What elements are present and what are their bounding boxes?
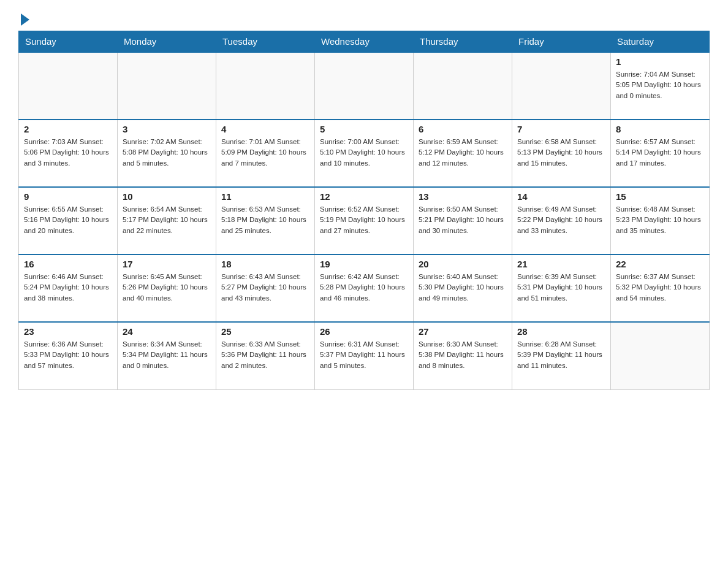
day-number: 24 bbox=[123, 326, 211, 337]
calendar-week-3: 9Sunrise: 6:55 AM Sunset: 5:16 PM Daylig… bbox=[19, 187, 710, 255]
day-number: 25 bbox=[221, 326, 309, 337]
calendar-cell: 18Sunrise: 6:43 AM Sunset: 5:27 PM Dayli… bbox=[216, 255, 315, 322]
calendar-cell bbox=[611, 322, 710, 389]
calendar-week-2: 2Sunrise: 7:03 AM Sunset: 5:06 PM Daylig… bbox=[19, 120, 710, 187]
calendar-cell: 11Sunrise: 6:53 AM Sunset: 5:18 PM Dayli… bbox=[216, 187, 315, 255]
calendar-cell: 7Sunrise: 6:58 AM Sunset: 5:13 PM Daylig… bbox=[512, 120, 611, 187]
day-info: Sunrise: 7:03 AM Sunset: 5:06 PM Dayligh… bbox=[24, 137, 112, 169]
day-info: Sunrise: 6:31 AM Sunset: 5:37 PM Dayligh… bbox=[320, 339, 408, 371]
day-info: Sunrise: 6:40 AM Sunset: 5:30 PM Dayligh… bbox=[419, 272, 507, 304]
day-info: Sunrise: 7:04 AM Sunset: 5:05 PM Dayligh… bbox=[616, 69, 704, 101]
page-header bbox=[18, 12, 710, 25]
calendar-cell: 22Sunrise: 6:37 AM Sunset: 5:32 PM Dayli… bbox=[611, 255, 710, 322]
calendar-cell: 24Sunrise: 6:34 AM Sunset: 5:34 PM Dayli… bbox=[118, 322, 216, 389]
day-info: Sunrise: 7:00 AM Sunset: 5:10 PM Dayligh… bbox=[320, 137, 408, 169]
weekday-header-tuesday: Tuesday bbox=[216, 31, 315, 53]
day-info: Sunrise: 6:46 AM Sunset: 5:24 PM Dayligh… bbox=[24, 272, 112, 304]
calendar-cell: 10Sunrise: 6:54 AM Sunset: 5:17 PM Dayli… bbox=[118, 187, 216, 255]
calendar-cell: 17Sunrise: 6:45 AM Sunset: 5:26 PM Dayli… bbox=[118, 255, 216, 322]
calendar-cell: 4Sunrise: 7:01 AM Sunset: 5:09 PM Daylig… bbox=[216, 120, 315, 187]
calendar-cell: 23Sunrise: 6:36 AM Sunset: 5:33 PM Dayli… bbox=[19, 322, 118, 389]
weekday-header-monday: Monday bbox=[118, 31, 216, 53]
day-info: Sunrise: 6:53 AM Sunset: 5:18 PM Dayligh… bbox=[221, 204, 309, 236]
day-number: 12 bbox=[320, 191, 408, 202]
calendar-cell: 15Sunrise: 6:48 AM Sunset: 5:23 PM Dayli… bbox=[611, 187, 710, 255]
calendar-cell: 8Sunrise: 6:57 AM Sunset: 5:14 PM Daylig… bbox=[611, 120, 710, 187]
day-info: Sunrise: 7:01 AM Sunset: 5:09 PM Dayligh… bbox=[221, 137, 309, 169]
calendar-cell: 19Sunrise: 6:42 AM Sunset: 5:28 PM Dayli… bbox=[315, 255, 414, 322]
day-info: Sunrise: 6:45 AM Sunset: 5:26 PM Dayligh… bbox=[123, 272, 211, 304]
day-number: 1 bbox=[616, 56, 704, 67]
weekday-header-friday: Friday bbox=[512, 31, 611, 53]
calendar-cell bbox=[216, 52, 315, 120]
calendar-cell: 25Sunrise: 6:33 AM Sunset: 5:36 PM Dayli… bbox=[216, 322, 315, 389]
calendar-cell: 21Sunrise: 6:39 AM Sunset: 5:31 PM Dayli… bbox=[512, 255, 611, 322]
day-number: 14 bbox=[517, 191, 605, 202]
day-number: 27 bbox=[419, 326, 507, 337]
calendar-cell bbox=[118, 52, 216, 120]
day-number: 21 bbox=[517, 259, 605, 269]
day-number: 7 bbox=[517, 124, 605, 134]
day-info: Sunrise: 6:52 AM Sunset: 5:19 PM Dayligh… bbox=[320, 204, 408, 236]
day-number: 8 bbox=[616, 124, 704, 134]
day-number: 16 bbox=[24, 259, 112, 269]
calendar-table: SundayMondayTuesdayWednesdayThursdayFrid… bbox=[18, 31, 710, 390]
day-info: Sunrise: 6:36 AM Sunset: 5:33 PM Dayligh… bbox=[24, 339, 112, 371]
day-info: Sunrise: 6:55 AM Sunset: 5:16 PM Dayligh… bbox=[24, 204, 112, 236]
calendar-cell: 12Sunrise: 6:52 AM Sunset: 5:19 PM Dayli… bbox=[315, 187, 414, 255]
weekday-header-row: SundayMondayTuesdayWednesdayThursdayFrid… bbox=[19, 31, 710, 53]
calendar-cell: 26Sunrise: 6:31 AM Sunset: 5:37 PM Dayli… bbox=[315, 322, 414, 389]
weekday-header-sunday: Sunday bbox=[19, 31, 118, 53]
logo bbox=[18, 12, 29, 25]
calendar-cell: 16Sunrise: 6:46 AM Sunset: 5:24 PM Dayli… bbox=[19, 255, 118, 322]
weekday-header-saturday: Saturday bbox=[611, 31, 710, 53]
day-info: Sunrise: 6:33 AM Sunset: 5:36 PM Dayligh… bbox=[221, 339, 309, 371]
calendar-week-4: 16Sunrise: 6:46 AM Sunset: 5:24 PM Dayli… bbox=[19, 255, 710, 322]
day-number: 9 bbox=[24, 191, 112, 202]
day-info: Sunrise: 6:54 AM Sunset: 5:17 PM Dayligh… bbox=[123, 204, 211, 236]
day-info: Sunrise: 6:28 AM Sunset: 5:39 PM Dayligh… bbox=[517, 339, 605, 371]
day-info: Sunrise: 6:34 AM Sunset: 5:34 PM Dayligh… bbox=[123, 339, 211, 371]
day-info: Sunrise: 7:02 AM Sunset: 5:08 PM Dayligh… bbox=[123, 137, 211, 169]
calendar-cell bbox=[414, 52, 512, 120]
weekday-header-thursday: Thursday bbox=[414, 31, 512, 53]
calendar-cell bbox=[315, 52, 414, 120]
day-info: Sunrise: 6:42 AM Sunset: 5:28 PM Dayligh… bbox=[320, 272, 408, 304]
calendar-cell bbox=[512, 52, 611, 120]
day-number: 28 bbox=[517, 326, 605, 337]
day-number: 3 bbox=[123, 124, 211, 134]
calendar-cell: 5Sunrise: 7:00 AM Sunset: 5:10 PM Daylig… bbox=[315, 120, 414, 187]
weekday-header-wednesday: Wednesday bbox=[315, 31, 414, 53]
calendar-cell: 9Sunrise: 6:55 AM Sunset: 5:16 PM Daylig… bbox=[19, 187, 118, 255]
day-info: Sunrise: 6:58 AM Sunset: 5:13 PM Dayligh… bbox=[517, 137, 605, 169]
day-number: 19 bbox=[320, 259, 408, 269]
calendar-cell: 14Sunrise: 6:49 AM Sunset: 5:22 PM Dayli… bbox=[512, 187, 611, 255]
day-info: Sunrise: 6:59 AM Sunset: 5:12 PM Dayligh… bbox=[419, 137, 507, 169]
day-number: 23 bbox=[24, 326, 112, 337]
calendar-cell: 2Sunrise: 7:03 AM Sunset: 5:06 PM Daylig… bbox=[19, 120, 118, 187]
day-number: 5 bbox=[320, 124, 408, 134]
day-number: 17 bbox=[123, 259, 211, 269]
day-number: 11 bbox=[221, 191, 309, 202]
calendar-week-1: 1Sunrise: 7:04 AM Sunset: 5:05 PM Daylig… bbox=[19, 52, 710, 120]
calendar-cell: 20Sunrise: 6:40 AM Sunset: 5:30 PM Dayli… bbox=[414, 255, 512, 322]
day-info: Sunrise: 6:50 AM Sunset: 5:21 PM Dayligh… bbox=[419, 204, 507, 236]
calendar-cell: 3Sunrise: 7:02 AM Sunset: 5:08 PM Daylig… bbox=[118, 120, 216, 187]
day-number: 20 bbox=[419, 259, 507, 269]
logo-arrow-icon bbox=[21, 13, 29, 26]
day-info: Sunrise: 6:39 AM Sunset: 5:31 PM Dayligh… bbox=[517, 272, 605, 304]
day-info: Sunrise: 6:57 AM Sunset: 5:14 PM Dayligh… bbox=[616, 137, 704, 169]
day-number: 2 bbox=[24, 124, 112, 134]
day-info: Sunrise: 6:30 AM Sunset: 5:38 PM Dayligh… bbox=[419, 339, 507, 371]
day-info: Sunrise: 6:37 AM Sunset: 5:32 PM Dayligh… bbox=[616, 272, 704, 304]
day-info: Sunrise: 6:49 AM Sunset: 5:22 PM Dayligh… bbox=[517, 204, 605, 236]
calendar-cell bbox=[19, 52, 118, 120]
day-number: 18 bbox=[221, 259, 309, 269]
day-number: 22 bbox=[616, 259, 704, 269]
calendar-cell: 1Sunrise: 7:04 AM Sunset: 5:05 PM Daylig… bbox=[611, 52, 710, 120]
calendar-cell: 13Sunrise: 6:50 AM Sunset: 5:21 PM Dayli… bbox=[414, 187, 512, 255]
calendar-week-5: 23Sunrise: 6:36 AM Sunset: 5:33 PM Dayli… bbox=[19, 322, 710, 389]
day-info: Sunrise: 6:48 AM Sunset: 5:23 PM Dayligh… bbox=[616, 204, 704, 236]
day-number: 4 bbox=[221, 124, 309, 134]
day-number: 26 bbox=[320, 326, 408, 337]
